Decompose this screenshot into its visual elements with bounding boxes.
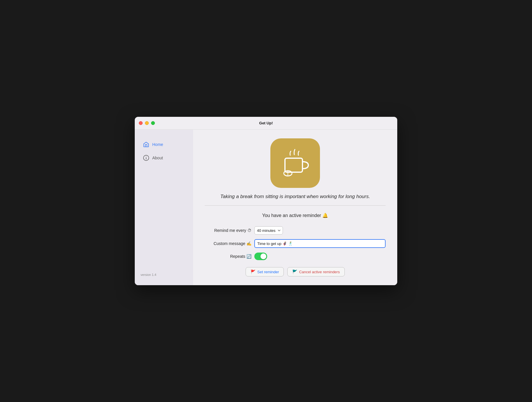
app-window: Get Up! Home <box>135 117 397 285</box>
window-title: Get Up! <box>259 121 273 125</box>
coffee-cup-icon <box>279 147 311 179</box>
sidebar-home-label: Home <box>152 142 163 147</box>
maximize-button[interactable] <box>151 121 155 125</box>
app-icon-wrapper <box>270 138 320 188</box>
sidebar-item-home[interactable]: Home <box>137 138 191 151</box>
set-reminder-icon: 🚩 <box>251 269 256 274</box>
titlebar: Get Up! <box>135 117 397 130</box>
app-icon <box>270 138 320 188</box>
repeats-label: Repeats 🔄 <box>205 254 251 259</box>
active-reminder-notice: You have an active reminder 🔔 <box>262 213 328 218</box>
action-buttons-row: 🚩 Set reminder 🚩 Cancel active reminders <box>205 267 386 276</box>
sidebar: Home About version 1.4 <box>135 130 193 285</box>
remind-select[interactable]: 10 minutes 15 minutes 20 minutes 25 minu… <box>254 226 283 234</box>
custom-message-label: Custom message ✍️ <box>205 241 251 246</box>
divider <box>205 205 386 206</box>
repeats-row: Repeats 🔄 <box>205 253 386 260</box>
minimize-button[interactable] <box>145 121 149 125</box>
remind-label: Remind me every ⏱ <box>205 228 251 233</box>
custom-message-row: Custom message ✍️ <box>205 239 386 248</box>
cancel-reminder-icon: 🚩 <box>292 269 297 274</box>
sidebar-nav: Home About <box>135 135 193 270</box>
toggle-track <box>254 253 267 260</box>
sidebar-item-about[interactable]: About <box>137 152 191 164</box>
set-reminder-label: Set reminder <box>257 270 279 274</box>
cancel-reminders-label: Cancel active reminders <box>299 270 340 274</box>
content-area: Home About version 1.4 <box>135 130 397 285</box>
custom-message-input[interactable] <box>254 239 386 248</box>
info-icon <box>143 155 149 161</box>
traffic-lights <box>139 121 155 125</box>
remind-row: Remind me every ⏱ 10 minutes 15 minutes … <box>205 226 386 234</box>
form-section: Remind me every ⏱ 10 minutes 15 minutes … <box>205 226 386 276</box>
tagline-text: Taking a break from sitting is important… <box>220 194 370 200</box>
svg-rect-3 <box>285 158 302 172</box>
set-reminder-button[interactable]: 🚩 Set reminder <box>246 267 284 276</box>
remind-select-wrapper: 10 minutes 15 minutes 20 minutes 25 minu… <box>254 226 386 234</box>
cancel-reminders-button[interactable]: 🚩 Cancel active reminders <box>287 267 344 276</box>
home-icon <box>143 141 149 148</box>
repeats-toggle[interactable] <box>254 253 267 260</box>
version-label: version 1.4 <box>135 270 193 279</box>
toggle-thumb <box>260 253 266 259</box>
sidebar-about-label: About <box>152 156 163 160</box>
main-content: Taking a break from sitting is important… <box>193 130 397 285</box>
close-button[interactable] <box>139 121 143 125</box>
